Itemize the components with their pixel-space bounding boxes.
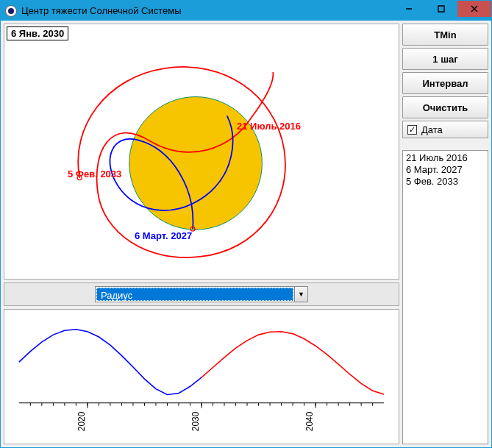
orbit-svg — [4, 24, 399, 279]
svg-rect-1 — [438, 6, 444, 12]
interval-button[interactable]: Интервал — [402, 72, 488, 94]
label-end-date: 5 Фев. 2033 — [68, 168, 121, 179]
spacer — [402, 141, 488, 148]
chart-panel: 202020302040 — [4, 309, 399, 444]
minimize-icon — [405, 5, 413, 13]
clear-button[interactable]: Очистить — [402, 96, 488, 118]
date-checkbox-row[interactable]: ✓ Дата — [402, 121, 488, 138]
label-start-date: 21 Июль 2016 — [237, 121, 301, 132]
date-checkbox-label: Дата — [421, 124, 443, 135]
app-window: Центр тяжести Солнечной Системы 6 Янв. 2… — [0, 0, 492, 448]
dropdown-panel: Радиус ▼ — [4, 282, 399, 306]
sun-disk — [129, 97, 263, 230]
current-date-badge: 6 Янв. 2030 — [7, 26, 68, 40]
close-icon — [470, 4, 479, 13]
list-item[interactable]: 6 Март. 2027 — [406, 164, 485, 176]
main-area: 6 Янв. 2030 21 Июль 2016 6 Март. 2027 5 … — [4, 24, 399, 444]
side-panel: TMin 1 шаг Интервал Очистить ✓ Дата 21 И… — [402, 24, 488, 444]
window-title: Центр тяжести Солнечной Системы — [21, 5, 393, 16]
orbit-canvas: 6 Янв. 2030 21 Июль 2016 6 Март. 2027 5 … — [4, 24, 399, 280]
window-controls — [393, 1, 491, 21]
date-checkbox[interactable]: ✓ — [407, 125, 417, 135]
svg-text:2030: 2030 — [190, 411, 201, 431]
svg-text:2040: 2040 — [304, 411, 315, 431]
titlebar[interactable]: Центр тяжести Солнечной Системы — [1, 1, 491, 21]
close-button[interactable] — [457, 1, 491, 17]
mode-dropdown[interactable]: Радиус ▼ — [95, 286, 308, 302]
chevron-down-icon: ▼ — [294, 287, 307, 302]
minimize-button[interactable] — [393, 1, 425, 17]
step-button[interactable]: 1 шаг — [402, 48, 488, 70]
chart-svg: 202020302040 — [4, 310, 399, 444]
dropdown-selected: Радиус — [96, 288, 293, 301]
maximize-button[interactable] — [425, 1, 457, 17]
maximize-icon — [438, 5, 445, 13]
date-listbox[interactable]: 21 Июль 20166 Март. 20275 Фев. 2033 — [402, 150, 488, 444]
list-item[interactable]: 21 Июль 2016 — [406, 152, 485, 164]
app-icon — [5, 5, 17, 17]
list-item[interactable]: 5 Фев. 2033 — [406, 176, 485, 188]
tmin-button[interactable]: TMin — [402, 24, 488, 46]
window-body: 6 Янв. 2030 21 Июль 2016 6 Март. 2027 5 … — [1, 21, 491, 447]
svg-text:2020: 2020 — [76, 411, 87, 431]
label-mid-date: 6 Март. 2027 — [135, 230, 192, 241]
